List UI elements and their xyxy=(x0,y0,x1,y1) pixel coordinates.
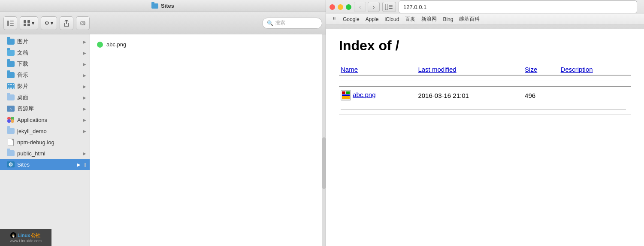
pictures-icon xyxy=(7,38,15,46)
chevron-icon: ▶ xyxy=(83,39,86,44)
chevron-icon: ▶ xyxy=(83,62,86,67)
desktop-icon xyxy=(7,94,15,101)
bookmark-baidu[interactable]: 百度 xyxy=(403,15,417,23)
sidebar-item-library[interactable]: ⌂ 资源库 ▶ xyxy=(0,103,90,114)
sidebar-item-label: jekyll_demo xyxy=(17,128,47,134)
chevron-icon: ▶ xyxy=(83,95,86,100)
sidebar-item-documents[interactable]: 文稿 ▶ xyxy=(0,47,90,58)
sidebar-item-public-html[interactable]: public_html ▶ xyxy=(0,148,90,159)
sidebar-item-label: 音乐 xyxy=(17,71,28,79)
svg-rect-6 xyxy=(24,24,26,26)
view-button[interactable]: ▾ xyxy=(20,16,38,30)
sidebar-scrollbar[interactable] xyxy=(322,34,326,246)
view-chevron: ▾ xyxy=(32,20,34,26)
file-label: abc.png xyxy=(106,41,126,48)
size-sort-link[interactable]: Size xyxy=(525,66,537,73)
chevron-icon: ▶ xyxy=(83,151,86,156)
file-item-abc-png[interactable]: abc.png xyxy=(97,41,315,48)
sidebar-item-label: public_html xyxy=(17,150,45,157)
sidebar-item-desktop[interactable]: 桌面 ▶ xyxy=(0,92,90,103)
svg-rect-4 xyxy=(24,20,26,23)
file-status-dot xyxy=(97,42,103,48)
browser-toolbar: ‹ › 127.0.0.1 xyxy=(326,0,644,14)
downloads-icon xyxy=(7,60,15,68)
search-box[interactable]: 🔍 搜索 xyxy=(262,18,322,29)
sidebar-item-pictures[interactable]: 图片 ▶ xyxy=(0,36,90,47)
col-header-description: Description xyxy=(559,64,631,75)
svg-rect-16 xyxy=(13,88,14,89)
action-chevron: ▾ xyxy=(51,20,53,26)
finder-title: Sites xyxy=(161,3,174,9)
sidebar-item-music[interactable]: 音乐 ▶ xyxy=(0,70,90,81)
chevron-icon: ▶ xyxy=(83,106,86,111)
share-button[interactable] xyxy=(60,16,73,30)
watermark-url: www.Linuxidc.com xyxy=(10,239,42,243)
finder-toolbar: ▾ ⚙ ▾ ⌫ 🔍 搜索 xyxy=(0,12,326,34)
bookmark-google[interactable]: Google xyxy=(341,16,362,22)
chevron-icon: ▶ xyxy=(83,129,86,134)
svg-rect-29 xyxy=(389,6,393,7)
index-table: Name Last modified Size Description xyxy=(339,64,631,115)
table-row: abc.png 2016-03-16 21:01 496 xyxy=(339,87,631,104)
action-button[interactable]: ⚙ ▾ xyxy=(41,16,57,30)
svg-point-22 xyxy=(11,119,14,123)
svg-text:🐧: 🐧 xyxy=(11,233,16,238)
browser-content: Index of / Name Last modified Size Descr… xyxy=(326,29,644,246)
modified-sort-link[interactable]: Last modified xyxy=(418,66,456,73)
sidebar-item-npm-debug[interactable]: npm-debug.log xyxy=(0,137,90,148)
sidebar-item-movies[interactable]: 影片 ▶ xyxy=(0,81,90,92)
sidebar-item-label: 桌面 xyxy=(17,94,28,101)
file-thumbnail xyxy=(341,90,351,100)
applications-icon xyxy=(7,116,15,124)
finder-content: 图片 ▶ 文稿 ▶ 下载 ▶ 音乐 xyxy=(0,34,326,246)
bookmark-sina[interactable]: 新浪网 xyxy=(419,15,439,23)
sidebar-toggle-button[interactable] xyxy=(3,16,17,30)
file-description-cell xyxy=(559,87,631,104)
sidebar-item-sites[interactable]: Sites ▶ ‖ xyxy=(0,159,90,170)
bookmark-apple[interactable]: Apple xyxy=(363,16,381,22)
sidebar-item-jekyll-demo[interactable]: jekyll_demo ▶ xyxy=(0,125,90,137)
forward-button[interactable]: › xyxy=(368,2,380,12)
svg-rect-27 xyxy=(385,4,388,10)
browser-sidebar-toggle[interactable] xyxy=(382,2,396,12)
resize-handle-icon: ‖ xyxy=(84,162,86,167)
name-sort-link[interactable]: Name xyxy=(341,66,358,73)
svg-rect-13 xyxy=(13,84,14,85)
svg-rect-14 xyxy=(8,88,9,89)
svg-rect-5 xyxy=(27,20,30,23)
bookmark-icloud[interactable]: iCloud xyxy=(382,16,401,22)
back-button[interactable]: ‹ xyxy=(354,2,366,12)
description-sort-link[interactable]: Description xyxy=(561,66,593,73)
bookmarks-bar: ⠿ Google Apple iCloud 百度 新浪网 Bing 维基百科 xyxy=(326,14,644,25)
sidebar-item-label: 图片 xyxy=(17,38,28,46)
watermark: 🐧 Linux公社 www.Linuxidc.com xyxy=(0,229,51,246)
url-bar[interactable]: 127.0.0.1 xyxy=(399,0,637,13)
file-name-cell: abc.png xyxy=(339,87,416,104)
sidebar-item-label: 下载 xyxy=(17,60,28,68)
svg-rect-12 xyxy=(10,84,12,85)
sites-folder-icon xyxy=(151,3,158,9)
sidebar-item-label: 影片 xyxy=(17,82,28,90)
search-placeholder: 搜索 xyxy=(275,19,285,27)
back-label-button[interactable]: ⌫ xyxy=(76,16,90,30)
svg-rect-34 xyxy=(342,94,350,96)
bookmark-bing[interactable]: Bing xyxy=(441,16,455,22)
svg-rect-33 xyxy=(346,91,350,94)
music-icon xyxy=(7,71,15,79)
file-modified-cell: 2016-03-16 21:01 xyxy=(416,87,523,104)
sidebar-item-applications[interactable]: Applications ▶ xyxy=(0,114,90,125)
bookmark-wikipedia[interactable]: 维基百科 xyxy=(457,15,482,23)
col-header-size: Size xyxy=(523,64,559,75)
bookmarks-menu-button[interactable]: ⠿ xyxy=(330,15,339,24)
file-link[interactable]: abc.png xyxy=(353,91,375,98)
documents-icon xyxy=(7,49,15,57)
chevron-icon: ▶ xyxy=(83,118,86,122)
file-size-cell: 496 xyxy=(523,87,559,104)
sidebar-item-label: 文稿 xyxy=(17,49,28,57)
window-close-button[interactable] xyxy=(330,4,335,10)
window-minimize-button[interactable] xyxy=(338,4,343,10)
window-maximize-button[interactable] xyxy=(346,4,351,10)
sidebar-item-downloads[interactable]: 下载 ▶ xyxy=(0,58,90,70)
scroll-thumb[interactable] xyxy=(322,137,326,189)
finder-panel: Sites ▾ ⚙ ▾ ⌫ 🔍 搜索 xyxy=(0,0,326,246)
